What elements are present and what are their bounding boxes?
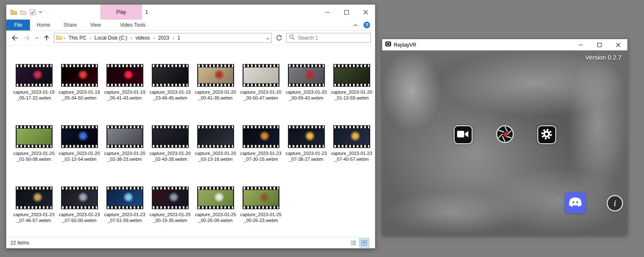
breadcrumb-1[interactable]: 1 [175,35,182,41]
folder-icon[interactable] [10,9,17,15]
details-view-button[interactable] [348,238,358,247]
breadcrumb-this-pc[interactable]: This PC [67,35,89,41]
forward-icon[interactable] [22,33,31,43]
back-icon[interactable] [10,33,20,43]
video-thumbnail [61,64,98,87]
up-icon[interactable] [42,33,51,43]
file-name: capture_2023-01-20_01-50-08.webm [13,150,55,163]
file-name: capture_2023-01-20_02-43-28.webm [149,150,191,163]
address-bar[interactable]: › This PC › Local Disk (C:) › videos › 2… [54,33,272,43]
tab-view[interactable]: View [83,20,107,30]
file-item[interactable]: capture_2023-01-20_00-59-43.webm [283,64,329,125]
ribbon-tab-bar: File Home Share View Video Tools ? [6,20,375,31]
file-item[interactable]: capture_2023-01-20_00-50-47.webm [238,64,283,125]
properties-check-icon[interactable] [30,9,36,15]
minimize-button[interactable] [318,5,337,20]
file-item[interactable]: capture_2023-01-20_01-50-08.webm [11,125,57,186]
search-input[interactable] [297,35,368,41]
tab-file[interactable]: File [6,20,30,30]
settings-button[interactable] [537,125,556,144]
file-item[interactable]: capture_2023-01-23_07-30-15.webm [238,125,283,186]
replayvr-close-button[interactable] [609,39,627,50]
breadcrumb-videos[interactable]: videos [133,35,152,41]
file-name: capture_2023-01-23_07-38-27.webm [285,150,328,163]
breadcrumb-separator: › [63,35,66,40]
video-thumbnail [242,186,280,210]
tab-share[interactable]: Share [57,20,83,30]
thumb-frame [244,67,278,83]
file-item[interactable]: capture_2023-01-20_02-38-23.webm [102,125,147,186]
file-item[interactable]: capture_2023-01-23_07-50-00.webm [57,186,102,237]
file-item[interactable]: capture_2023-01-23_07-46-57.webm [11,186,57,237]
filmstrip-sprockets-bottom [17,145,52,147]
filmstrip-sprockets-top [198,65,233,67]
new-folder-icon[interactable] [20,9,27,15]
info-button[interactable]: i [607,195,623,212]
maximize-button[interactable] [337,5,356,20]
file-name: capture_2023-01-23_07-30-15.webm [240,150,282,163]
filmstrip-sprockets-bottom [107,145,142,147]
file-item[interactable]: capture_2023-01-20_00-41-39.webm [193,64,238,125]
video-thumbnail [197,64,234,87]
close-button[interactable] [356,5,375,20]
thumb-frame [62,129,97,145]
file-item[interactable]: capture_2023-01-25_00-26-09.webm [193,186,238,237]
file-item[interactable]: capture_2023-01-20_01-13-59.webm [329,64,374,125]
filmstrip-sprockets-bottom [153,84,188,86]
file-name: capture_2023-01-20_02-13-54.webm [58,150,101,163]
discord-icon [567,194,584,212]
file-item[interactable]: capture_2023-01-20_03-13-18.webm [193,125,238,186]
filmstrip-sprockets-top [289,65,324,67]
breadcrumb-separator: › [172,35,174,40]
file-item[interactable]: capture_2023-01-19_05-41-43.webm [102,64,147,125]
explorer-window-title: 1 [145,5,148,20]
ribbon-collapse-icon[interactable] [353,22,358,28]
address-dropdown-icon[interactable] [266,34,270,42]
file-name: capture_2023-01-25_00-26-23.webm [240,211,282,224]
filmstrip-sprockets-top [153,126,188,128]
help-icon[interactable]: ? [363,22,370,28]
file-item[interactable]: capture_2023-01-23_07-40-57.webm [329,125,374,186]
thumbnails-view-button[interactable] [359,238,369,247]
refresh-icon[interactable] [274,33,283,43]
video-thumbnail [152,125,189,148]
filmstrip-sprockets-bottom [289,84,324,86]
contextual-tab-play[interactable]: Play [100,5,142,20]
explorer-titlebar: Play 1 [6,5,375,20]
replayvr-minimize-button[interactable] [571,39,590,50]
filmstrip-sprockets-bottom [244,145,278,147]
file-item[interactable]: capture_2023-01-20_02-43-28.webm [147,125,193,186]
file-item[interactable]: capture_2023-01-25_00-26-23.webm [238,186,283,237]
recent-locations-icon[interactable] [34,33,40,43]
filmstrip-sprockets-top [334,126,369,128]
replayvr-title: ReplayVR [394,42,416,48]
video-thumbnail [61,125,98,148]
tab-video-tools[interactable]: Video Tools [113,20,152,30]
qat-dropdown-icon[interactable] [39,11,42,13]
search-box[interactable] [286,33,371,43]
breadcrumb-2023[interactable]: 2023 [156,35,172,41]
file-item[interactable]: capture_2023-01-19_05-34-50.webm [57,64,102,125]
tab-home[interactable]: Home [30,20,57,30]
video-thumbnail [333,125,370,148]
filmstrip-sprockets-top [289,126,324,128]
file-item[interactable]: capture_2023-01-19_23-49-45.webm [147,64,193,125]
filmstrip-sprockets-top [17,126,52,128]
file-item[interactable]: capture_2023-01-20_02-13-54.webm [57,125,102,186]
replayvr-maximize-button[interactable] [590,39,609,50]
filmstrip-sprockets-bottom [107,84,142,86]
thumb-frame [289,129,324,145]
thumb-frame [17,190,52,206]
filmstrip-sprockets-bottom [244,206,278,209]
file-grid: capture_2023-01-19_05-17-22.webm capture… [11,64,375,237]
file-item[interactable]: capture_2023-01-19_05-17-22.webm [11,64,57,125]
breadcrumb-local-disk[interactable]: Local Disk (C:) [92,35,129,41]
capture-shutter-button[interactable] [495,125,515,145]
aperture-icon [495,125,515,145]
filmstrip-sprockets-top [334,65,369,67]
file-item[interactable]: capture_2023-01-23_07-38-27.webm [283,125,329,186]
record-video-button[interactable] [454,125,472,144]
file-item[interactable]: capture_2023-01-25_00-19-35.webm [147,186,193,237]
discord-button[interactable] [565,192,586,213]
file-item[interactable]: capture_2023-01-23_07-51-59.webm [102,186,147,237]
